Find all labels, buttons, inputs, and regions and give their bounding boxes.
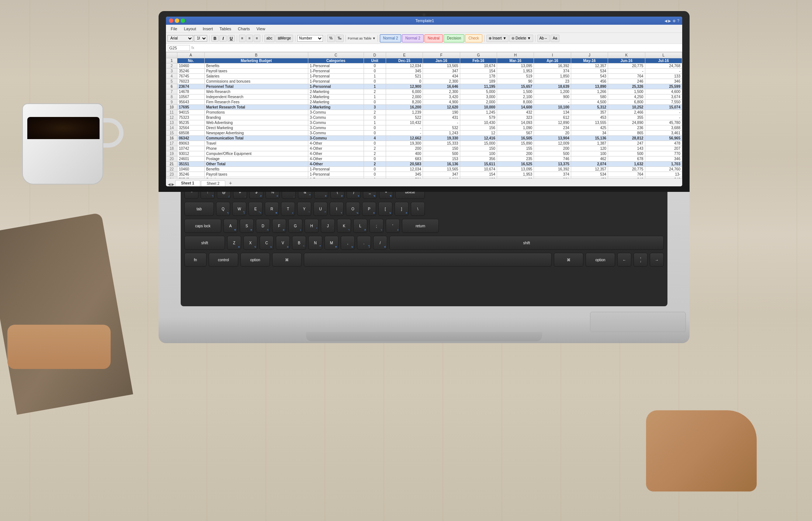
cell-15-f[interactable]: 1,243 — [423, 131, 460, 136]
cell-4-k[interactable]: 764 — [608, 74, 645, 79]
cell-20-c[interactable]: 4-Other — [308, 156, 364, 162]
cell-11-e[interactable]: 1,239 — [386, 110, 423, 115]
cell-4-b[interactable]: Salaries — [204, 74, 308, 79]
cell-17-e[interactable]: 19,300 — [386, 141, 423, 146]
cell-12-k[interactable]: 355 — [608, 115, 645, 120]
cell-20-g[interactable]: 356 — [460, 156, 497, 162]
row-num-15[interactable]: 15 — [166, 131, 177, 136]
cell-15-k[interactable]: 865 — [608, 131, 645, 136]
cell-23-a[interactable]: 35246 — [177, 172, 205, 177]
key-arrow-ud[interactable]: ↑↓ — [634, 253, 648, 267]
cell-2-e[interactable]: 12,034 — [386, 63, 423, 69]
cell-18-j[interactable]: 120 — [571, 146, 608, 151]
cell-20-h[interactable]: 235 — [497, 156, 534, 162]
insert-row-button[interactable]: ⊕ Insert ▼ — [486, 35, 509, 42]
cell-5-f[interactable]: 2,300 — [423, 79, 460, 84]
row-num-9[interactable]: 9 — [166, 100, 177, 105]
fill-button[interactable]: Aa — [551, 35, 559, 42]
cell-23-j[interactable]: 534 — [571, 172, 608, 177]
cell-2-f[interactable]: 13,565 — [423, 63, 460, 69]
row-num-22[interactable]: 22 — [166, 167, 177, 172]
cell-17-h[interactable]: 15,890 — [497, 141, 534, 146]
cell-19-j[interactable]: 100 — [571, 151, 608, 156]
cell-18-c[interactable]: 4-Other — [308, 146, 364, 151]
cell-9-a[interactable]: 95643 — [177, 100, 205, 105]
cell-22-h[interactable]: 13,095 — [497, 167, 534, 172]
cell-1-h[interactable]: Mar-16 — [497, 58, 534, 63]
cell-22-l[interactable]: 24,760 — [645, 167, 682, 172]
cell-18-a[interactable]: 10742 — [177, 146, 205, 151]
key-arrow-l[interactable]: ← — [617, 253, 631, 267]
key-r[interactable]: Rพ — [265, 202, 279, 216]
row-num-17[interactable]: 17 — [166, 141, 177, 146]
number-format-select[interactable]: Number General Currency — [297, 35, 323, 42]
cell-20-k[interactable]: 678 — [608, 156, 645, 162]
cell-22-c[interactable]: 1-Personnal — [308, 167, 364, 172]
cell-3-l[interactable]: - — [645, 69, 682, 74]
cell-8-i[interactable]: 900 — [534, 94, 571, 100]
cell-1-b[interactable]: Marketing Budget — [204, 58, 308, 63]
cell-11-j[interactable]: 357 — [571, 110, 608, 115]
key-backslash[interactable]: \ — [411, 202, 425, 216]
cell-22-d[interactable]: 0 — [364, 167, 386, 172]
key-caps[interactable]: caps lock — [184, 219, 221, 233]
cell-14-b[interactable]: Direct Marketing — [204, 125, 308, 131]
menu-insert[interactable]: Insert — [200, 26, 216, 32]
cell-9-i[interactable]: - — [534, 100, 571, 105]
cell-8-f[interactable]: 3,420 — [423, 94, 460, 100]
cell-1-l[interactable]: Jul-16 — [645, 58, 682, 63]
cell-9-h[interactable]: 8,000 — [497, 100, 534, 105]
col-header-c[interactable]: C — [308, 52, 364, 58]
cell-17-k[interactable]: 247 — [608, 141, 645, 146]
cell-15-j[interactable]: 34 — [571, 131, 608, 136]
cell-3-f[interactable]: 347 — [423, 69, 460, 74]
cell-23-d[interactable]: 0 — [364, 172, 386, 177]
cell-17-a[interactable]: 89063 — [177, 141, 205, 146]
cell-10-i[interactable]: 10,100 — [534, 105, 571, 110]
col-header-k[interactable]: K — [608, 52, 645, 58]
cell-10-g[interactable]: 10,000 — [460, 105, 497, 110]
cell-7-h[interactable]: 1,500 — [497, 89, 534, 94]
cell-4-i[interactable]: 1,850 — [534, 74, 571, 79]
cell-11-i[interactable]: 134 — [534, 110, 571, 115]
cell-11-h[interactable]: 432 — [497, 110, 534, 115]
key-h[interactable]: H้ — [305, 219, 319, 233]
cell-15-a[interactable]: 68508 — [177, 131, 205, 136]
key-shift-l[interactable]: shift — [184, 236, 225, 250]
key-fn[interactable]: fn — [184, 253, 207, 267]
cell-18-b[interactable]: Phone — [204, 146, 308, 151]
cell-4-c[interactable]: 1-Personnal — [308, 74, 364, 79]
cell-15-h[interactable]: 567 — [497, 131, 534, 136]
cell-18-f[interactable]: 150 — [423, 146, 460, 151]
cell-19-c[interactable]: 4-Other — [308, 151, 364, 156]
cell-1-g[interactable]: Feb-16 — [460, 58, 497, 63]
key-option-l[interactable]: option — [240, 253, 270, 267]
cell-17-d[interactable]: 0 — [364, 141, 386, 146]
cell-15-d[interactable]: 0 — [364, 131, 386, 136]
row-num-21[interactable]: 21 — [166, 162, 177, 167]
cell-19-l[interactable]: 770 — [645, 151, 682, 156]
cell-9-d[interactable]: 0 — [364, 100, 386, 105]
cell-14-a[interactable]: 32564 — [177, 125, 205, 131]
italic-button[interactable]: I — [219, 35, 227, 42]
cell-1-f[interactable]: Jan-16 — [423, 58, 460, 63]
col-header-a[interactable]: A — [177, 52, 205, 58]
col-header-f[interactable]: F — [423, 52, 460, 58]
cell-3-h[interactable]: 1,953 — [497, 69, 534, 74]
sheet-tab-1[interactable]: Sheet 1 — [175, 180, 200, 186]
cell-2-d[interactable]: 0 — [364, 63, 386, 69]
cell-23-g[interactable]: 154 — [460, 172, 497, 177]
cell-8-k[interactable]: 4,250 — [608, 94, 645, 100]
cell-15-e[interactable]: - — [386, 131, 423, 136]
cell-21-k[interactable]: 1,632 — [608, 162, 645, 167]
cell-13-j[interactable]: 13,555 — [571, 120, 608, 125]
cell-10-k[interactable]: 10,252 — [608, 105, 645, 110]
cell-13-k[interactable]: 24,890 — [608, 120, 645, 125]
neutral-style-button[interactable]: Neutral — [424, 34, 443, 42]
cell-11-a[interactable]: 94015 — [177, 110, 205, 115]
key-e[interactable]: Eำ — [249, 202, 263, 216]
key-period[interactable]: .ใ — [357, 236, 371, 250]
cell-23-b[interactable]: Payroll taxes — [204, 172, 308, 177]
cell-7-d[interactable]: 2 — [364, 89, 386, 94]
cell-6-g[interactable]: 11,195 — [460, 84, 497, 89]
